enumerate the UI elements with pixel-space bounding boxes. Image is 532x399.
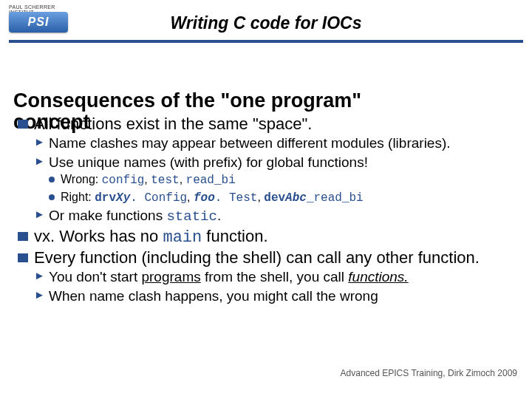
header: PAUL SCHERRER INSTITUT PSI Writing C cod…	[0, 0, 532, 40]
b3a-mid: from the shell, you call	[201, 269, 349, 284]
wrong-code-1: config	[102, 174, 145, 187]
b2-code: main	[163, 228, 202, 247]
header-rule	[9, 40, 523, 43]
bullet-1-text: All functions exist in the same "space".	[34, 115, 312, 133]
footer: Advanced EPICS Training, Dirk Zimoch 200…	[341, 368, 517, 378]
b2-post: function.	[202, 227, 267, 245]
b3a-u2: functions.	[348, 269, 408, 284]
bullet-2: vx. Works has no main function.	[18, 227, 519, 247]
bullet-3a: You don't start programs from the shell,…	[34, 269, 519, 285]
section-line1: Consequences of the "one program"	[13, 89, 361, 112]
wrong-code-2: test	[151, 174, 179, 187]
right-code-1b: Xy	[116, 191, 130, 205]
wrong-code-3: read_bi	[186, 174, 236, 187]
b3a-u1: programs	[141, 269, 200, 284]
bullet-right: Right: drvXy. Config, foo. Test, devAbc_…	[49, 190, 519, 206]
slide-title: Writing C code for IOCs	[0, 13, 532, 33]
right-code-1c: . Config	[130, 191, 187, 205]
b3a-pre: You don't start	[49, 269, 141, 284]
bullet-1: All functions exist in the same "space".	[18, 115, 519, 133]
wrong-label: Wrong:	[61, 173, 102, 185]
bullet-3b: When name clash happens, you might call …	[34, 288, 519, 304]
bullet-1a: Name clashes may appear between differen…	[34, 135, 519, 151]
b1c-code: static	[166, 208, 216, 225]
bullet-1a-text: Name clashes may appear between differen…	[49, 135, 451, 151]
b1c-pre: Or make functions	[49, 208, 166, 223]
right-code-3a: dev	[264, 191, 285, 205]
right-code-2a: foo	[194, 191, 215, 205]
bullet-1c: Or make functions static.	[34, 208, 519, 225]
right-label: Right:	[61, 191, 95, 203]
right-code-3b: Abc	[285, 191, 307, 205]
right-code-2b: . Test	[215, 191, 258, 205]
slide-content: Consequences of the "one program" concep…	[0, 40, 532, 304]
bullet-wrong: Wrong: config, test, read_bi	[49, 172, 519, 188]
bullet-3-text: Every function (including the shell) can…	[34, 248, 480, 267]
b3b-text: When name clash happens, you might call …	[49, 288, 378, 304]
b1c-post: .	[217, 208, 221, 223]
section-heading: Consequences of the "one program" concep…	[13, 90, 519, 112]
right-code-3c: _read_bi	[307, 191, 364, 205]
bullet-3: Every function (including the shell) can…	[18, 248, 519, 267]
right-code-1a: drv	[95, 191, 116, 205]
b2-pre: vx. Works has no	[34, 227, 163, 245]
bullet-1b: Use unique names (with prefix) for globa…	[34, 154, 519, 171]
bullet-1b-text: Use unique names (with prefix) for globa…	[49, 154, 368, 170]
